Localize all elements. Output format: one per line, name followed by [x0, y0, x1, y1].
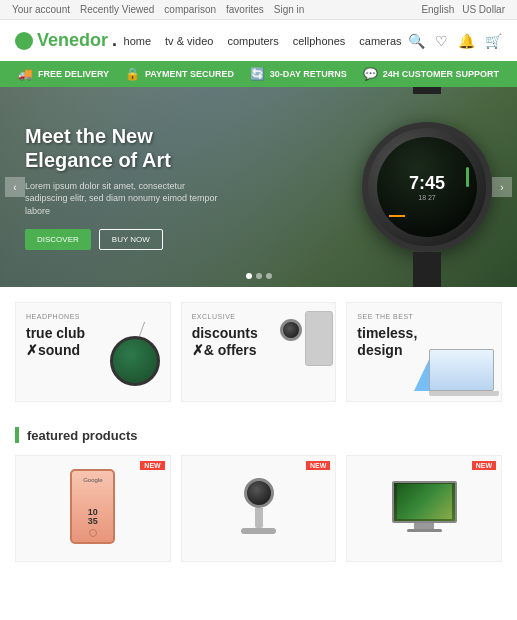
tv-base	[407, 529, 442, 532]
card3-title: timeless, design	[357, 325, 491, 359]
hero-dot-3[interactable]	[266, 273, 272, 279]
laptop-base	[429, 391, 499, 396]
search-icon[interactable]: 🔍	[408, 33, 425, 49]
promo-delivery: 🚚 FREE DELIVERY	[18, 67, 109, 81]
card1-label: HEADPHONES	[26, 313, 160, 320]
product-card-camera[interactable]: NEW	[181, 455, 337, 562]
tv-screen	[392, 481, 457, 523]
product-grid: NEW Google 10 35 NEW	[15, 455, 502, 562]
product-badge-phone: NEW	[140, 461, 164, 470]
notifications-icon[interactable]: 🔔	[458, 33, 475, 49]
product-image-camera	[192, 466, 326, 546]
top-nav-right: English US Dollar	[421, 4, 505, 15]
product-image-tv	[357, 466, 491, 546]
promo-delivery-text: FREE DELIVERY	[38, 69, 109, 79]
promo-bar: 🚚 FREE DELIVERY 🔒 PAYMENT SECURED 🔄 30-D…	[0, 61, 517, 87]
promo-payment: 🔒 PAYMENT SECURED	[125, 67, 234, 81]
promo-returns-text: 30-DAY RETURNS	[270, 69, 347, 79]
watch-date: 18 27	[418, 194, 436, 201]
hero-dot-2[interactable]	[256, 273, 262, 279]
phone-product-display: Google 10 35	[70, 469, 115, 544]
feature-cards-section: HEADPHONES true club ✗sound EXCLUSIVE di…	[0, 287, 517, 417]
discover-button[interactable]: DISCOVER	[25, 229, 91, 250]
hero-pagination	[246, 273, 272, 279]
watch-band-bottom	[413, 252, 441, 287]
logo-dot: .	[112, 30, 117, 51]
card1-title: true club ✗sound	[26, 325, 160, 359]
product-card-tv[interactable]: NEW	[346, 455, 502, 562]
nav-tv-video[interactable]: tv & video	[165, 35, 213, 47]
cart-icon[interactable]: 🛒	[485, 33, 502, 49]
return-icon: 🔄	[250, 67, 265, 81]
hero-description: Lorem ipsum dolor sit amet, consectetur …	[25, 180, 225, 218]
site-header: Venedor . home tv & video computers cell…	[0, 20, 517, 61]
main-navigation: home tv & video computers cellphones cam…	[124, 35, 402, 47]
camera-product-display	[241, 478, 276, 534]
promo-support: 💬 24H CUSTOMER SUPPORT	[363, 67, 499, 81]
your-account-link[interactable]: Your account	[12, 4, 70, 15]
nav-cameras[interactable]: cameras	[359, 35, 401, 47]
camera-head	[244, 478, 274, 508]
hero-buttons: DISCOVER BUY NOW	[25, 229, 225, 250]
product-image-phone: Google 10 35	[26, 466, 160, 546]
hero-content: Meet the New Elegance of Art Lorem ipsum…	[0, 104, 250, 271]
truck-icon: 🚚	[18, 67, 33, 81]
phone-time-display: 10 35	[88, 508, 98, 526]
nav-home[interactable]: home	[124, 35, 152, 47]
top-nav-left: Your account Recently Viewed comparison …	[12, 4, 304, 15]
nav-computers[interactable]: computers	[227, 35, 278, 47]
hero-watch-image: 7:45 18 27	[357, 92, 497, 282]
watch-accent-green	[466, 167, 469, 187]
wishlist-icon[interactable]: ♡	[435, 33, 448, 49]
featured-title: featured products	[27, 428, 138, 443]
feature-card-design[interactable]: SEE THE BEST timeless, design	[346, 302, 502, 402]
comparison-link[interactable]: comparison	[164, 4, 216, 15]
product-badge-tv: NEW	[472, 461, 496, 470]
phone-google-text: Google	[72, 477, 113, 483]
sign-in-link[interactable]: Sign in	[274, 4, 305, 15]
featured-products-section: featured products NEW Google 10 35 NEW	[0, 417, 517, 572]
feature-card-discounts[interactable]: EXCLUSIVE discounts ✗& offers	[181, 302, 337, 402]
hero-prev-button[interactable]: ‹	[5, 177, 25, 197]
featured-header: featured products	[15, 427, 502, 443]
camera-base	[241, 528, 276, 534]
watch-face: 7:45 18 27	[362, 122, 492, 252]
promo-support-text: 24H CUSTOMER SUPPORT	[383, 69, 499, 79]
hero-next-button[interactable]: ›	[492, 177, 512, 197]
hero-title: Meet the New Elegance of Art	[25, 124, 225, 172]
lock-icon: 🔒	[125, 67, 140, 81]
watch-screen: 7:45 18 27	[377, 137, 477, 237]
tv-screen-inner	[397, 484, 452, 519]
hero-banner: Meet the New Elegance of Art Lorem ipsum…	[0, 87, 517, 287]
logo-text: Venedor	[37, 30, 108, 51]
card2-title: discounts ✗& offers	[192, 325, 326, 359]
product-badge-camera: NEW	[306, 461, 330, 470]
buy-now-button[interactable]: BUY NOW	[99, 229, 163, 250]
recently-viewed-link[interactable]: Recently Viewed	[80, 4, 154, 15]
language-selector[interactable]: English	[421, 4, 454, 15]
watch-time: 7:45	[409, 174, 445, 192]
favorites-link[interactable]: favorites	[226, 4, 264, 15]
hero-dot-1[interactable]	[246, 273, 252, 279]
watch-accent-orange	[389, 215, 405, 217]
tv-product-display	[392, 481, 457, 532]
camera-neck	[255, 508, 263, 528]
promo-returns: 🔄 30-DAY RETURNS	[250, 67, 347, 81]
promo-payment-text: PAYMENT SECURED	[145, 69, 234, 79]
watch-band-top	[413, 87, 441, 94]
tv-stand	[414, 523, 434, 529]
currency-selector[interactable]: US Dollar	[462, 4, 505, 15]
feature-card-headphones[interactable]: HEADPHONES true club ✗sound	[15, 302, 171, 402]
site-logo[interactable]: Venedor .	[15, 30, 117, 51]
card3-label: SEE THE BEST	[357, 313, 491, 320]
featured-accent-bar	[15, 427, 19, 443]
product-card-phone[interactable]: NEW Google 10 35	[15, 455, 171, 562]
nav-cellphones[interactable]: cellphones	[293, 35, 346, 47]
header-icons: 🔍 ♡ 🔔 🛒	[408, 33, 502, 49]
logo-icon	[15, 32, 33, 50]
chat-icon: 💬	[363, 67, 378, 81]
phone-home-button	[89, 529, 97, 537]
top-navigation: Your account Recently Viewed comparison …	[0, 0, 517, 20]
